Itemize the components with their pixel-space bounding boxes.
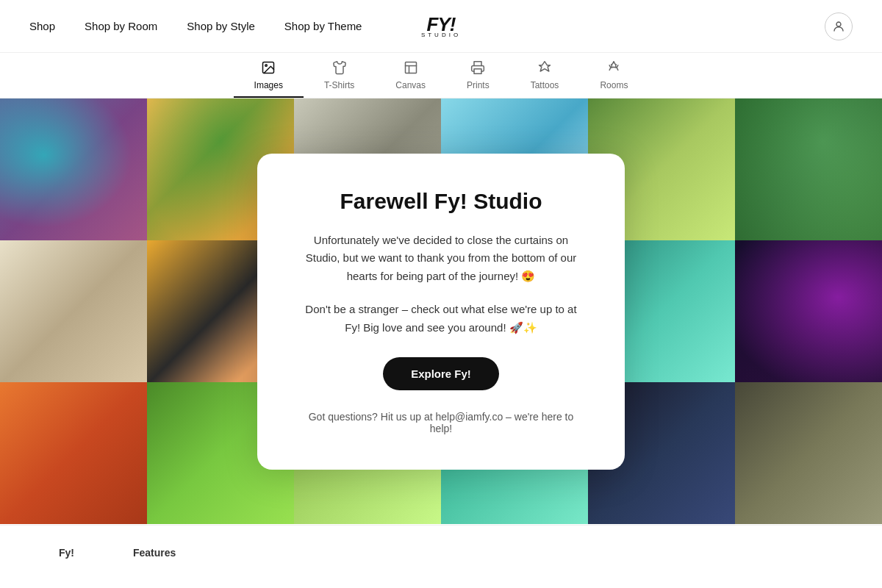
tab-prints[interactable]: Prints — [446, 53, 510, 98]
logo[interactable]: FY! STUDIO — [421, 15, 461, 38]
tab-tshirts-label: T-Shirts — [324, 80, 354, 90]
tab-images-label: Images — [254, 80, 283, 90]
canvas-icon — [404, 60, 418, 77]
logo-studio-text: STUDIO — [421, 32, 461, 38]
modal-title: Farewell Fy! Studio — [298, 189, 584, 214]
rooms-icon — [606, 60, 621, 77]
modal-overlay: Farewell Fy! Studio Unfortunately we've … — [0, 98, 882, 525]
tab-tshirts[interactable]: T-Shirts — [304, 53, 375, 98]
modal-body-1: Unfortunately we've decided to close the… — [298, 232, 584, 286]
main-content: Farewell Fy! Studio Unfortunately we've … — [0, 98, 882, 525]
footer-col-features-title: Features — [133, 547, 176, 559]
svg-point-0 — [836, 22, 841, 26]
nav-shop-by-style[interactable]: Shop by Style — [187, 20, 255, 32]
modal-footer-text: Got questions? Hit us up at help@iamfy.c… — [298, 411, 584, 434]
header: Shop Shop by Room Shop by Style Shop by … — [0, 0, 882, 53]
tab-tattoos[interactable]: Tattoos — [510, 53, 580, 98]
explore-fy-button[interactable]: Explore Fy! — [383, 357, 499, 390]
nav-shop-by-theme[interactable]: Shop by Theme — [284, 20, 362, 32]
tshirts-icon — [332, 60, 347, 77]
tab-tattoos-label: Tattoos — [531, 80, 559, 90]
footer-col-features: Features — [133, 546, 176, 559]
tattoos-icon — [537, 60, 552, 77]
page-footer: Fy! Features — [0, 525, 882, 580]
nav-shop[interactable]: Shop — [29, 20, 55, 32]
svg-rect-4 — [474, 69, 481, 74]
svg-point-2 — [265, 65, 268, 67]
svg-rect-3 — [405, 62, 416, 74]
main-nav: Shop Shop by Room Shop by Style Shop by … — [29, 20, 362, 32]
modal-body-2: Don't be a stranger – check out what els… — [298, 301, 584, 337]
tab-canvas[interactable]: Canvas — [375, 53, 446, 98]
footer-col-fy: Fy! — [59, 546, 74, 559]
tab-images[interactable]: Images — [234, 53, 304, 98]
nav-shop-by-room[interactable]: Shop by Room — [85, 20, 157, 32]
tab-bar: Images T-Shirts Canvas Prints — [0, 53, 882, 98]
farewell-modal: Farewell Fy! Studio Unfortunately we've … — [257, 154, 625, 470]
images-icon — [261, 60, 276, 77]
footer-col-fy-title: Fy! — [59, 547, 74, 559]
tab-canvas-label: Canvas — [395, 80, 426, 90]
tab-rooms-label: Rooms — [600, 80, 628, 90]
tab-prints-label: Prints — [467, 80, 490, 90]
prints-icon — [470, 60, 485, 77]
user-account-button[interactable] — [825, 12, 853, 40]
tab-rooms[interactable]: Rooms — [579, 53, 648, 98]
